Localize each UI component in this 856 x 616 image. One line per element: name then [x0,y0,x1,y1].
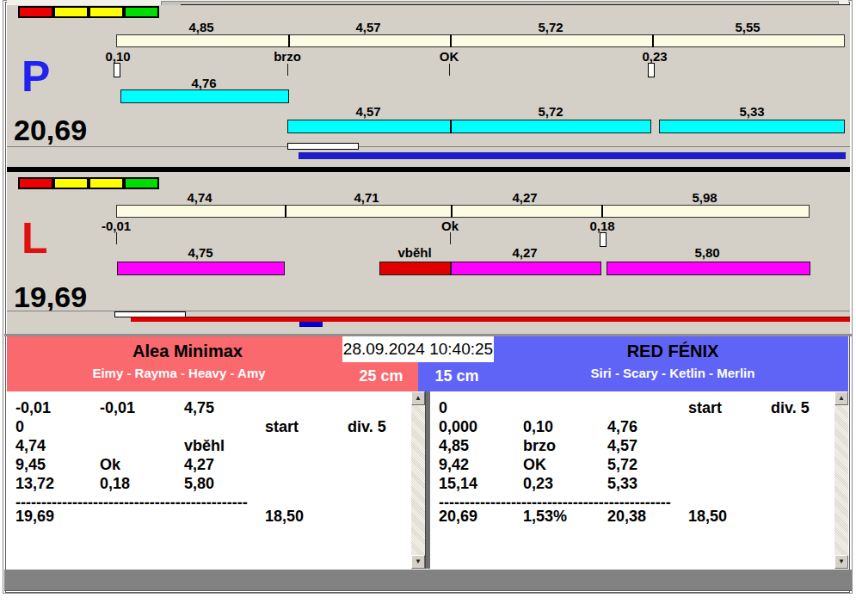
dog-bar-label: vběhl [397,246,431,259]
team-name: RED FÉNIX [627,342,719,360]
marker-label: Ok [441,219,459,232]
split-segment-label: 5,55 [735,21,760,34]
marker-label: OK [440,50,459,63]
marker-box [648,63,655,77]
status-square-yellow [89,177,124,189]
scroll-down-button[interactable]: ▼ [411,555,425,569]
dog-bar-divider [450,120,452,133]
split-divider [652,34,654,47]
progress-blue-bar [299,152,846,159]
status-square-yellow [89,6,124,18]
results-panel-right: 0 start div. 5 0,000 0,10 4,76 4,85 brzo… [430,391,848,569]
lane-p-section: P 20,69 4,85 4,57 5,72 5,55 0,10 brzo OK… [7,5,850,167]
scrollbar-right-panel[interactable]: ▲ ▼ [834,391,848,569]
dog-bar [117,262,285,275]
split-bar-l [116,205,810,218]
split-segment-label: 5,98 [692,191,717,204]
split-bar-p [116,34,845,47]
split-segment-label: 4,74 [187,191,212,204]
lane-l-label: L [22,217,48,260]
lane-p-label: P [22,55,50,98]
status-square-red [18,6,53,18]
dog-bar [451,262,601,275]
scroll-up-button[interactable]: ▲ [411,391,425,405]
dog-bar [287,120,651,133]
scroll-up-icon: ▲ [415,394,422,402]
dog-bar-label: 4,75 [188,246,212,259]
results-cell: -0,01 [100,400,135,417]
dog-bar-label: 5,72 [538,105,563,118]
results-cell: brzo [523,438,556,455]
scrollbar-left-panel[interactable]: ▲ ▼ [411,391,425,569]
status-square-yellow [53,6,89,18]
results-cell: 4,75 [184,400,214,417]
split-divider [601,205,603,218]
marker-label: -0,01 [102,219,131,232]
dog-bar-label: 4,76 [191,77,216,89]
marker-label: 0,18 [589,219,614,232]
split-segment-label: 4,27 [512,191,537,204]
dog-bar-fault [379,262,451,275]
results-cell: 0 [439,400,447,417]
flyball-timing-app: P 20,69 4,85 4,57 5,72 5,55 0,10 brzo OK… [0,0,856,616]
status-square-red [18,177,53,189]
results-cell: vběhl [184,438,225,455]
split-divider [285,205,286,218]
dog-bar [659,120,845,133]
category-chip-left: 25 cm [359,368,403,384]
results-cell: OK [523,457,546,474]
results-cell: 4,27 [184,457,214,474]
split-divider [288,34,290,47]
team-dogs: Eimy - Rayma - Heavy - Amy [92,367,265,379]
results-cell: 15,14 [439,476,477,493]
split-divider [451,205,453,218]
status-square-green [124,177,159,189]
split-segment-label: 4,71 [354,191,379,204]
results-cell: 13,72 [15,476,54,493]
results-cell: 4,85 [439,438,469,455]
scroll-down-icon: ▼ [838,557,845,565]
scroll-down-icon: ▼ [415,557,422,565]
marker-label: 0,10 [105,50,130,63]
results-panel-left: -0,01 -0,01 4,75 0 start div. 5 4,74 vbě… [7,391,425,569]
lane-p-total: 20,69 [14,115,87,145]
progress-blue-mark [299,322,323,327]
results-cell: 0,10 [523,419,553,436]
results-cell: 0,000 [439,419,477,436]
category-chip-right: 15 cm [434,368,478,384]
results-cell: -0,01 [15,400,51,417]
results-total: 18,50 [688,508,727,526]
marker-tick [287,64,288,76]
results-cell: 4,76 [607,419,637,436]
dog-bar-label: 4,57 [355,105,380,118]
dog-bar [120,89,289,103]
dog-bar-label: 5,80 [694,246,719,259]
marker-box [114,63,120,77]
marker-label: brzo [274,50,301,63]
dog-bar-label: 5,33 [739,105,764,118]
results-total: 20,38 [607,508,646,526]
results-total: 1,53% [523,508,567,526]
results-cell: 5,72 [607,457,637,474]
split-segment-label: 4,57 [355,21,380,34]
marker-label: 0,23 [642,50,667,63]
marker-tick [449,64,450,76]
team-dogs: Siri - Scary - Ketlin - Merlin [591,367,755,379]
scroll-up-button[interactable]: ▲ [834,391,848,405]
results-cell: 9,42 [439,457,469,474]
bottom-status-bar [4,570,852,591]
lane-l-total: 19,69 [14,282,87,311]
results-total: 19,69 [15,508,54,526]
results-cell: start [265,419,299,436]
progress-baseline [7,146,850,147]
results-cell: 0 [15,419,24,436]
marker-box [600,232,607,247]
results-cell: 4,57 [607,438,637,455]
results-cell: 4,74 [15,438,46,455]
split-segment-label: 4,85 [188,21,213,34]
results-cell: 9,45 [15,457,46,474]
scroll-down-button[interactable]: ▼ [834,555,848,569]
split-segment-label: 5,72 [538,21,563,34]
results-cell: start [688,400,722,417]
progress-white-bar [287,143,359,150]
